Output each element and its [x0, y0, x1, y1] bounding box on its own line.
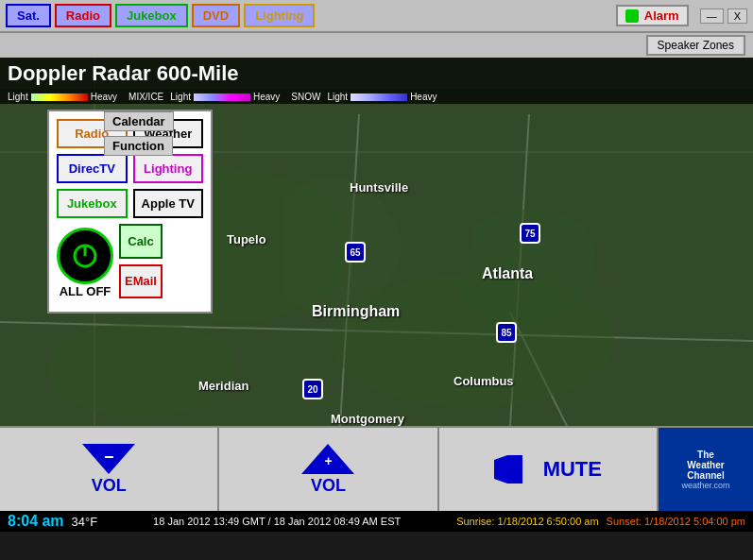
rain-gradient: [31, 93, 88, 101]
mute-button[interactable]: MUTE: [439, 428, 659, 511]
lighting-top-button[interactable]: Lighting: [244, 4, 315, 27]
weather-channel-logo: The Weather Channel weather.com: [659, 428, 753, 511]
snow-heavy-label: Heavy: [410, 92, 436, 102]
highway-75: 75: [520, 223, 540, 244]
wc-line2: Weather: [687, 460, 724, 470]
dvd-button[interactable]: DVD: [192, 4, 240, 27]
mute-icon: [494, 446, 532, 493]
snow-label: SNOW: [291, 92, 320, 102]
calc-button[interactable]: Calc: [119, 224, 163, 259]
snow-light-label: Light: [327, 92, 348, 102]
alarm-indicator: [625, 9, 639, 23]
menu-row-3: Jukebox Apple TV: [57, 189, 203, 218]
vol-down-label: VOL: [92, 476, 127, 496]
city-birmingham: Birmingham: [312, 303, 400, 320]
top-bar: Sat. Radio Jukebox DVD Lighting Alarm — …: [0, 0, 753, 33]
city-tupelo: Tupelo: [227, 232, 266, 246]
power-button[interactable]: [57, 228, 113, 284]
sunrise-display: Sunrise: 1/18/2012 6:50:00 am: [456, 516, 598, 527]
mute-label: MUTE: [543, 457, 602, 482]
svg-point-5: [47, 322, 236, 416]
vol-up-label: VOL: [311, 476, 346, 496]
menu-row-2: DirecTV Lighting: [57, 154, 203, 183]
alarm-button[interactable]: Alarm: [616, 5, 689, 26]
city-huntsville: Huntsville: [350, 180, 408, 195]
jukebox-top-button[interactable]: Jukebox: [115, 4, 188, 27]
rain-light-label: Light: [8, 92, 28, 102]
speaker-zones-row: Speaker Zones: [0, 33, 753, 58]
city-montgomery: Montgomery: [331, 412, 404, 426]
radio-top-button[interactable]: Radio: [55, 4, 111, 27]
svg-rect-9: [515, 455, 522, 484]
bottom-controls: − VOL + VOL MUTE The Weather Channel wea…: [0, 426, 753, 511]
email-button[interactable]: EMail: [119, 264, 163, 299]
mix-light-label: Light: [170, 92, 191, 102]
wc-line1: The: [697, 450, 714, 460]
sunrise-label: Sunrise:: [456, 516, 494, 527]
minimize-button[interactable]: —: [700, 8, 724, 24]
highway-85: 85: [496, 322, 517, 343]
svg-marker-10: [494, 455, 507, 484]
speaker-zones-button[interactable]: Speaker Zones: [646, 35, 745, 56]
city-meridian: Meridian: [198, 379, 248, 393]
all-off-label: ALL OFF: [60, 284, 111, 298]
sunset-time: 1/18/2012 5:04:00 pm: [644, 516, 745, 527]
highway-65: 65: [345, 242, 366, 263]
rain-heavy-label: Heavy: [91, 92, 117, 102]
function-label[interactable]: Function: [104, 136, 173, 156]
menu-row-4: ALL OFF Calc EMail: [57, 224, 203, 298]
status-bar: 8:04 am 34°F 18 Jan 2012 13:49 GMT / 18 …: [0, 511, 753, 532]
directv-button[interactable]: DirecTV: [57, 154, 128, 183]
snow-gradient: [351, 93, 407, 101]
volume-up-button[interactable]: + VOL: [219, 428, 438, 511]
appletv-button[interactable]: Apple TV: [133, 189, 204, 218]
window-controls: — X: [700, 8, 747, 24]
gmt-time-display: 18 Jan 2012 13:49 GMT / 18 Jan 2012 08:4…: [105, 516, 449, 527]
wc-url: weather.com: [681, 481, 729, 490]
clock-display: 8:04 am: [8, 513, 64, 530]
volume-down-button[interactable]: − VOL: [0, 428, 219, 511]
wc-line3: Channel: [687, 470, 724, 481]
city-atlanta: Atlanta: [482, 265, 533, 282]
mix-gradient: [194, 93, 250, 101]
power-icon: [71, 242, 99, 270]
calendar-label[interactable]: Calendar: [104, 111, 174, 131]
all-off-area: ALL OFF: [57, 228, 113, 298]
lighting-menu-button[interactable]: Lighting: [133, 154, 204, 183]
mix-heavy-label: Heavy: [253, 92, 280, 102]
sunset-label: Sunset:: [607, 516, 642, 527]
legend-bar: Light Heavy MIX/ICE Light Heavy SNOW Lig…: [0, 90, 753, 104]
map-area: Doppler Radar 600-Mile Light Heavy MIX/I…: [0, 58, 753, 426]
temperature-display: 34°F: [72, 515, 98, 529]
doppler-title: Doppler Radar 600-Mile: [0, 58, 753, 90]
alarm-label: Alarm: [644, 8, 679, 23]
highway-20: 20: [302, 379, 323, 399]
city-columbus: Columbus: [454, 374, 514, 388]
sunset-display: Sunset: 1/18/2012 5:04:00 pm: [607, 516, 745, 527]
jukebox-menu-button[interactable]: Jukebox: [57, 189, 128, 218]
svg-rect-8: [507, 455, 515, 484]
mix-label: MIX/ICE: [128, 92, 163, 102]
close-button[interactable]: X: [727, 8, 747, 24]
sunrise-time: 1/18/2012 6:50:00 am: [498, 516, 599, 527]
sat-button[interactable]: Sat.: [6, 4, 51, 27]
